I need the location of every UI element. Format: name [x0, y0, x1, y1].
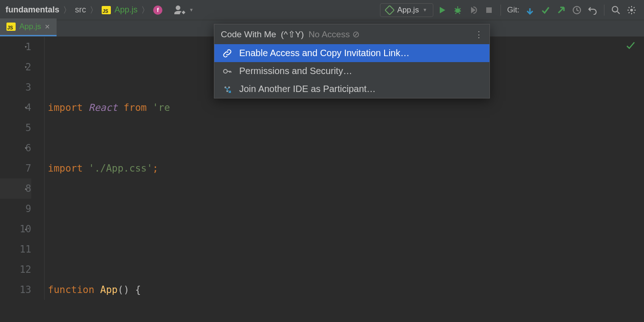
fold-icon[interactable]: ▾	[23, 105, 29, 110]
chevron-right-icon: 〉	[63, 5, 71, 16]
breadcrumb-symbol[interactable]: f	[153, 6, 162, 15]
link-icon	[222, 49, 233, 58]
popup-item-join[interactable]: Join Another IDE as Participant…	[214, 80, 489, 98]
popup-item-label: Permissions and Security…	[239, 66, 352, 76]
js-file-icon	[102, 6, 111, 14]
line-number[interactable]: 2▾	[0, 57, 31, 77]
chevron-right-icon: 〉	[90, 5, 98, 16]
svg-point-4	[630, 9, 633, 12]
settings-button[interactable]	[625, 3, 638, 17]
popup-header: Code With Me (^⇧Y) No Access⊘ ⋮	[214, 24, 489, 44]
breadcrumb-project[interactable]: fundamentals	[6, 5, 59, 15]
popup-item-label: Enable Access and Copy Invitation Link…	[239, 48, 409, 58]
run-config-label: App.js	[397, 6, 419, 15]
search-button[interactable]	[609, 3, 623, 17]
separator	[604, 5, 604, 16]
fold-icon[interactable]: ▾	[23, 64, 29, 70]
code-with-me-popup: Code With Me (^⇧Y) No Access⊘ ⋮ Enable A…	[214, 24, 490, 98]
run-button[interactable]	[435, 3, 449, 17]
popup-status: No Access⊘	[309, 29, 360, 40]
git-commit-button[interactable]	[539, 3, 552, 17]
git-push-button[interactable]	[554, 3, 568, 17]
separator	[500, 5, 501, 16]
git-update-button[interactable]	[523, 3, 537, 17]
code-line[interactable]: import './App.css';	[48, 158, 644, 178]
chevron-down-icon: ▼	[423, 7, 427, 12]
breadcrumb-file[interactable]: App.js	[115, 5, 138, 15]
svg-rect-1	[486, 7, 492, 13]
git-label: Git:	[507, 6, 519, 15]
breadcrumb-folder[interactable]: src	[75, 5, 86, 15]
stop-button[interactable]	[482, 3, 496, 17]
line-number[interactable]: 3	[0, 77, 31, 98]
rollback-button[interactable]	[586, 3, 599, 17]
gutter: 1▾ 2▾ 3 4▾ 5 6▾ 7 8▴ 9 10▴ 11 12 13	[0, 37, 44, 322]
line-number[interactable]: 10▴	[0, 219, 31, 239]
svg-point-5	[224, 69, 227, 73]
breadcrumb: fundamentals 〉 src 〉 App.js 〉 f	[6, 5, 162, 16]
nodejs-icon	[385, 5, 395, 15]
chevron-down-icon: ▼	[189, 7, 194, 12]
run-with-coverage-button[interactable]	[466, 3, 480, 17]
js-file-icon	[6, 23, 16, 31]
code-line[interactable]: function App() {	[48, 280, 644, 300]
code-line[interactable]: import React from 're	[48, 98, 644, 118]
fold-icon[interactable]: ▾	[23, 145, 29, 151]
join-icon	[222, 85, 233, 94]
fold-icon[interactable]: ▴	[23, 226, 29, 232]
popup-title: Code With Me	[221, 29, 276, 40]
function-icon: f	[153, 6, 162, 15]
line-number[interactable]: 5	[0, 118, 31, 138]
navigation-toolbar: fundamentals 〉 src 〉 App.js 〉 f ▼ App.js…	[0, 0, 644, 20]
code-line[interactable]	[48, 219, 644, 239]
line-number[interactable]: 13	[0, 280, 31, 300]
chevron-right-icon: 〉	[141, 5, 150, 16]
line-number[interactable]: 12	[0, 259, 31, 280]
popup-shortcut: (^⇧Y)	[281, 29, 304, 40]
line-number[interactable]: 1▾	[0, 37, 31, 57]
run-configuration-selector[interactable]: App.js ▼	[380, 3, 433, 17]
popup-item-enable-access[interactable]: Enable Access and Copy Invitation Link…	[214, 44, 489, 62]
key-icon	[222, 67, 233, 76]
svg-point-3	[612, 6, 618, 12]
popup-item-permissions[interactable]: Permissions and Security…	[214, 62, 489, 80]
code-with-me-button[interactable]	[173, 3, 187, 17]
tab-name: App.js	[19, 22, 41, 31]
line-number[interactable]: 7	[0, 158, 31, 178]
fold-icon[interactable]: ▴	[23, 186, 29, 191]
close-tab-icon[interactable]: ✕	[45, 23, 50, 30]
line-number[interactable]: 9	[0, 199, 31, 219]
editor-tab-active[interactable]: App.js ✕	[0, 18, 57, 36]
history-button[interactable]	[570, 3, 584, 17]
line-number[interactable]: 6▾	[0, 138, 31, 158]
debug-button[interactable]	[451, 3, 465, 17]
fold-icon[interactable]: ▾	[23, 44, 29, 50]
line-number[interactable]: 4▾	[0, 98, 31, 118]
line-number[interactable]: 11	[0, 239, 31, 259]
no-access-icon: ⊘	[352, 29, 360, 40]
popup-item-label: Join Another IDE as Participant…	[239, 84, 376, 94]
line-number[interactable]: 8▴	[0, 178, 31, 199]
kebab-menu-icon[interactable]: ⋮	[475, 29, 483, 40]
